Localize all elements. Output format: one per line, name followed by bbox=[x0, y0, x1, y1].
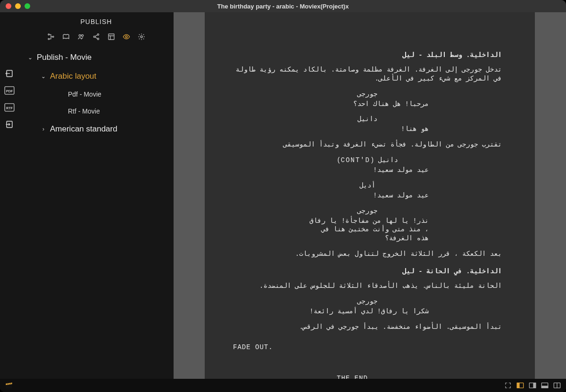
sidebar-iconbar bbox=[19, 29, 174, 48]
dialogue-text: نذر! يا لها من مفاجأة! يا رفاق ، منذ متى… bbox=[306, 217, 429, 244]
chevron-down-icon: ⌄ bbox=[27, 54, 33, 61]
tree-label: Pdf - Movie bbox=[68, 90, 101, 98]
tree-item-rtf-movie[interactable]: Rtf - Movie bbox=[24, 103, 169, 120]
svg-point-15 bbox=[125, 36, 127, 38]
character-name: جورجى bbox=[233, 207, 502, 216]
the-end-text: THE END bbox=[337, 374, 502, 379]
action-text: تقترب جورجى من الطاولة. فجأة تضيء الغرفة… bbox=[233, 140, 502, 149]
tree-root-publish-movie[interactable]: ⌄ Publish - Movie bbox=[24, 48, 169, 67]
book-icon[interactable] bbox=[61, 32, 71, 41]
svg-point-9 bbox=[79, 34, 81, 36]
svg-rect-20 bbox=[533, 383, 536, 388]
character-name: جورجى bbox=[233, 90, 502, 99]
action-text: تدخل جورجى إلى الغرفة. الغرفة مظلمة وصام… bbox=[233, 65, 502, 83]
tree-item-american-standard[interactable]: › American standard bbox=[24, 120, 169, 139]
svg-point-16 bbox=[141, 36, 142, 38]
sidebar: PUBLISH ⌄ Publish - Movie ⌄ Arabic layou… bbox=[19, 12, 174, 379]
pdf-icon[interactable]: PDF bbox=[4, 86, 15, 95]
character-name: جورجى bbox=[233, 297, 502, 306]
tree-label: Arabic layout bbox=[50, 72, 96, 81]
transition-text: FADE OUT. bbox=[233, 343, 502, 352]
panel-bottom-icon[interactable] bbox=[541, 382, 549, 389]
tree-item-arabic-layout[interactable]: ⌄ Arabic layout bbox=[24, 67, 169, 86]
tree-icon[interactable] bbox=[46, 32, 56, 41]
character-name: دانيل (CONT'D) bbox=[233, 156, 502, 165]
layout-icon[interactable] bbox=[107, 32, 116, 41]
window-title: The birthday party - arabic - Moviex(Pro… bbox=[0, 3, 566, 10]
statusbar bbox=[0, 379, 566, 392]
dialogue-text: عيد مولد سعيد! bbox=[306, 166, 429, 175]
character-name: أديل bbox=[233, 181, 502, 190]
import-icon[interactable] bbox=[4, 120, 15, 129]
tree-label: Publish - Movie bbox=[37, 53, 92, 62]
svg-point-6 bbox=[48, 34, 50, 35]
panel-split-icon[interactable] bbox=[553, 382, 561, 389]
dialogue-text: هو هنا! bbox=[306, 125, 429, 134]
tree-label: American standard bbox=[50, 124, 117, 134]
script-page: الداخلية. وسط البلد - ليل تدخل جورجى إلى… bbox=[205, 12, 535, 379]
share-icon[interactable] bbox=[92, 32, 101, 41]
titlebar: The birthday party - arabic - Moviex(Pro… bbox=[0, 0, 566, 12]
clapboard-icon[interactable] bbox=[5, 382, 13, 389]
sidebar-header: PUBLISH bbox=[19, 12, 174, 29]
scene-heading: الداخلية. وسط البلد - ليل bbox=[233, 51, 502, 60]
preview-area: الداخلية. وسط البلد - ليل تدخل جورجى إلى… bbox=[174, 12, 566, 379]
svg-text:RTF: RTF bbox=[6, 106, 13, 110]
action-text: تبدأ الموسيقى. الأضواء منخفضة. يبدأ جورج… bbox=[233, 323, 502, 332]
dialogue-text: شكرا يا رفاق! لدي أمسية رائعة! bbox=[306, 307, 429, 316]
tree-label: Rtf - Movie bbox=[68, 107, 100, 115]
svg-text:PDF: PDF bbox=[6, 89, 13, 93]
scene-heading: الداخلية. في الحانة - ليل bbox=[233, 267, 502, 276]
chevron-right-icon: › bbox=[41, 126, 46, 132]
chevron-down-icon: ⌄ bbox=[41, 73, 46, 80]
svg-point-10 bbox=[82, 34, 83, 36]
users-icon[interactable] bbox=[76, 32, 86, 41]
panel-right-icon[interactable] bbox=[528, 382, 537, 389]
gear-icon[interactable] bbox=[137, 32, 146, 41]
action-text: بعد الكعكة ، قرر الثلاثة الخروج لتناول ب… bbox=[233, 250, 502, 259]
publish-tree: ⌄ Publish - Movie ⌄ Arabic layout Pdf - … bbox=[19, 48, 174, 139]
svg-rect-14 bbox=[108, 34, 114, 40]
rtf-icon[interactable]: RTF bbox=[4, 103, 15, 112]
tree-item-pdf-movie[interactable]: Pdf - Movie bbox=[24, 86, 169, 103]
svg-rect-22 bbox=[541, 386, 548, 388]
fullscreen-icon[interactable] bbox=[504, 382, 512, 389]
dialogue-text: مرحبا! هل هناك احد؟ bbox=[306, 100, 429, 109]
action-text: الحانة مليئة بالناس. يذهب الأصدقاء الثلا… bbox=[233, 282, 502, 291]
svg-point-7 bbox=[48, 38, 50, 40]
character-name: دانيل bbox=[233, 115, 502, 124]
panel-left-icon[interactable] bbox=[516, 382, 524, 389]
svg-rect-18 bbox=[517, 383, 519, 388]
eye-icon[interactable] bbox=[122, 32, 131, 41]
export-icon[interactable] bbox=[4, 69, 15, 78]
svg-point-8 bbox=[52, 36, 54, 38]
dialogue-text: عيد مولد سعيد! bbox=[306, 191, 429, 200]
left-rail: PDF RTF bbox=[0, 12, 19, 379]
